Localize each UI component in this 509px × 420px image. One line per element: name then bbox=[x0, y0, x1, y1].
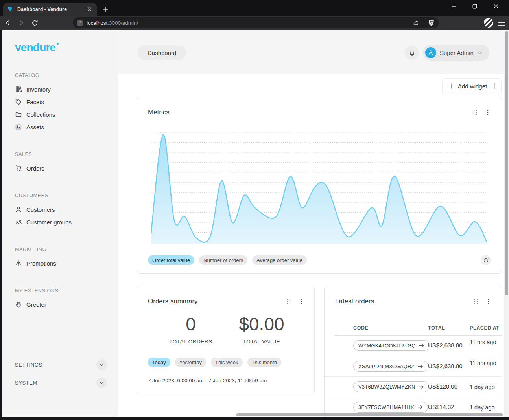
reload-icon[interactable] bbox=[29, 17, 40, 28]
sidebar-item-customers[interactable]: Customers bbox=[15, 203, 107, 216]
forward-icon[interactable] bbox=[16, 17, 27, 28]
order-code-button[interactable]: XSA9PD4LM3CGAQRZ bbox=[353, 361, 428, 372]
table-row: V3T6BW8ZQLWMYZKN US$120.00 1 day ago bbox=[325, 376, 502, 397]
main-area: Dashboard Super Admin Add widget bbox=[118, 30, 504, 417]
system-expand-button[interactable] bbox=[96, 378, 107, 388]
window-minimize-icon[interactable] bbox=[448, 1, 459, 11]
share-icon[interactable] bbox=[413, 19, 420, 26]
kebab-menu-icon[interactable] bbox=[492, 83, 497, 89]
sidebar-section-settings[interactable]: SETTINGS bbox=[15, 359, 107, 370]
kebab-menu-icon[interactable] bbox=[299, 298, 304, 304]
tab-this-week[interactable]: This week bbox=[211, 358, 243, 367]
kebab-menu-icon[interactable] bbox=[486, 298, 491, 304]
tab-average-order-value[interactable]: Average order value bbox=[252, 255, 307, 265]
order-code: XSA9PD4LM3CGAQRZ bbox=[358, 363, 415, 369]
tab-yesterday[interactable]: Yesterday bbox=[175, 358, 206, 367]
address-bar[interactable]: ! localhost:3000/admin/ bbox=[73, 17, 439, 28]
arrow-right-icon bbox=[419, 385, 424, 389]
order-placed: 11 hrs ago bbox=[470, 359, 498, 367]
browser-tab-bar: Dashboard • Vendure bbox=[0, 0, 509, 16]
chevron-down-icon bbox=[99, 380, 104, 385]
widget-title: Orders summary bbox=[148, 297, 198, 305]
stat-total-value: $0.00 TOTAL VALUE bbox=[226, 314, 297, 345]
order-placed: 1 day ago bbox=[470, 383, 502, 391]
kebab-menu-icon[interactable] bbox=[485, 109, 491, 116]
vertical-scrollbar[interactable] bbox=[504, 30, 509, 417]
tab-today[interactable]: Today bbox=[148, 358, 170, 367]
metrics-widget: Metrics bbox=[137, 97, 502, 274]
horizontal-scrollbar-thumb[interactable] bbox=[236, 413, 503, 416]
sidebar-item-label: Inventory bbox=[26, 86, 51, 93]
settings-expand-button[interactable] bbox=[96, 359, 107, 370]
user-icon bbox=[428, 50, 434, 56]
user-name: Super Admin bbox=[440, 50, 474, 56]
sidebar-item-assets[interactable]: Assets bbox=[15, 121, 107, 133]
total-orders-value: 0 bbox=[155, 314, 226, 334]
arrow-right-icon bbox=[419, 343, 424, 348]
customer-icon bbox=[15, 206, 22, 213]
tab-close-icon[interactable] bbox=[86, 6, 93, 13]
user-menu-button[interactable]: Super Admin bbox=[423, 45, 489, 61]
browser-menu-icon[interactable] bbox=[497, 19, 506, 27]
refresh-button[interactable] bbox=[481, 255, 491, 265]
sidebar-divider bbox=[15, 347, 107, 347]
arrow-right-icon bbox=[417, 405, 423, 409]
sidebar-section-customers: CUSTOMERS bbox=[15, 193, 107, 198]
total-orders-label: TOTAL ORDERS bbox=[155, 339, 226, 345]
stat-total-orders: 0 TOTAL ORDERS bbox=[155, 314, 226, 345]
orders-cart-icon bbox=[15, 165, 22, 172]
sidebar-item-greeter[interactable]: Greeter bbox=[15, 298, 107, 311]
summary-stats: 0 TOTAL ORDERS $0.00 TOTAL VALUE bbox=[137, 314, 315, 345]
sidebar-section-system[interactable]: SYSTEM bbox=[15, 377, 107, 388]
drag-handle-icon[interactable] bbox=[473, 298, 479, 304]
latest-orders-widget: Latest orders CODE TOTAL PLACED AT WYMGK… bbox=[324, 286, 502, 417]
drag-handle-icon[interactable] bbox=[286, 298, 291, 304]
admin-app: vendure CATALOG Inventory Facets Collect… bbox=[2, 30, 504, 417]
sidebar-item-facets[interactable]: Facets bbox=[15, 95, 107, 108]
brave-shield-icon[interactable] bbox=[428, 19, 435, 26]
table-row: WYMGK4TQQ8JL2TGQ US$2,638.80 11 hrs ago bbox=[325, 336, 502, 356]
order-code-button[interactable]: 3FY7FSCWSHMA11HX bbox=[353, 402, 428, 413]
customer-groups-icon bbox=[15, 218, 22, 226]
sidebar-item-collections[interactable]: Collections bbox=[15, 108, 107, 121]
sidebar-item-promotions[interactable]: Promotions bbox=[15, 257, 107, 270]
add-widget-button[interactable]: Add widget bbox=[442, 78, 502, 94]
drag-handle-icon[interactable] bbox=[472, 109, 478, 116]
sidebar-item-inventory[interactable]: Inventory bbox=[15, 83, 107, 95]
plus-icon bbox=[448, 83, 454, 89]
back-icon[interactable] bbox=[2, 17, 13, 28]
vendure-logo[interactable]: vendure bbox=[15, 42, 107, 54]
sidebar-item-customer-groups[interactable]: Customer groups bbox=[15, 216, 107, 228]
page-frame: vendure CATALOG Inventory Facets Collect… bbox=[0, 30, 509, 420]
sidebar-item-orders[interactable]: Orders bbox=[15, 162, 107, 174]
order-total: US$2,638.80 bbox=[428, 342, 463, 348]
window-maximize-icon[interactable] bbox=[470, 1, 480, 11]
total-value-value: $0.00 bbox=[226, 314, 297, 334]
orders-summary-widget: Orders summary 0 TOTAL ORDERS $0.00 TOTA… bbox=[137, 286, 315, 394]
notifications-button[interactable] bbox=[405, 46, 419, 60]
widget-title: Metrics bbox=[148, 108, 170, 116]
order-placed: 1 day ago bbox=[470, 404, 502, 411]
url-path: :3000/admin/ bbox=[107, 20, 138, 26]
browser-tab[interactable]: Dashboard • Vendure bbox=[3, 3, 97, 16]
order-code-button[interactable]: WYMGK4TQQ8JL2TGQ bbox=[353, 340, 430, 351]
column-placed-at: PLACED AT bbox=[470, 325, 502, 331]
vertical-scrollbar-thumb[interactable] bbox=[505, 31, 508, 295]
new-tab-icon[interactable] bbox=[101, 5, 110, 14]
window-close-icon[interactable] bbox=[491, 1, 501, 11]
browser-profile-avatar[interactable] bbox=[484, 18, 493, 28]
assets-icon bbox=[15, 123, 22, 130]
order-total: US$14.32 bbox=[428, 403, 454, 410]
tab-order-total-value[interactable]: Order total value bbox=[148, 255, 194, 265]
order-code-button[interactable]: V3T6BW8ZQLWMYZKN bbox=[353, 381, 429, 392]
sidebar-item-label: Customer groups bbox=[26, 219, 72, 226]
bell-icon bbox=[408, 49, 416, 57]
tab-number-of-orders[interactable]: Number of orders bbox=[199, 255, 247, 265]
tab-this-month[interactable]: This month bbox=[247, 358, 281, 367]
inventory-icon bbox=[15, 86, 22, 93]
horizontal-scrollbar[interactable] bbox=[234, 413, 504, 417]
breadcrumb-dashboard-button[interactable]: Dashboard bbox=[138, 45, 186, 60]
chevron-down-icon bbox=[99, 362, 104, 367]
site-info-icon[interactable]: ! bbox=[77, 20, 83, 26]
add-widget-label: Add widget bbox=[458, 83, 488, 90]
